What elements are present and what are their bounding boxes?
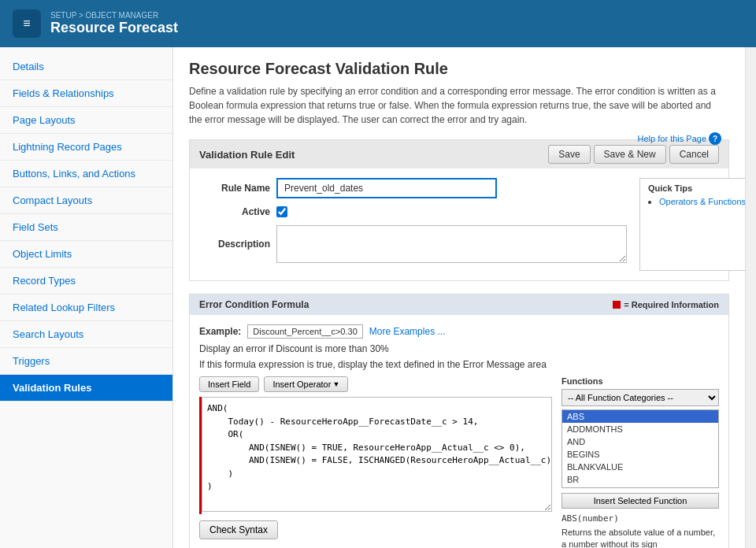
scrollbar[interactable] bbox=[745, 47, 756, 548]
page-description: Define a validation rule by specifying a… bbox=[189, 84, 724, 127]
insert-selected-function-button[interactable]: Insert Selected Function bbox=[561, 493, 719, 509]
save-new-button[interactable]: Save & New bbox=[594, 145, 666, 164]
quick-tips-title: Quick Tips bbox=[648, 183, 745, 193]
functions-label: Functions bbox=[561, 376, 719, 386]
formula-left: Insert Field Insert Operator ▼ Check Syn… bbox=[199, 376, 552, 548]
quick-tips: Quick Tips Operators & Functions bbox=[639, 178, 745, 271]
example-value: Discount_Percent__c>0.30 bbox=[247, 324, 362, 339]
fn-signature: ABS(number) bbox=[561, 513, 719, 524]
active-row: Active bbox=[199, 206, 627, 217]
rule-name-input[interactable] bbox=[276, 178, 497, 198]
sidebar-item-object-limits[interactable]: Object Limits bbox=[0, 241, 172, 268]
function-item-blankvalue[interactable]: BLANKVALUE bbox=[562, 461, 718, 473]
sidebar-item-related-lookup-filters[interactable]: Related Lookup Filters bbox=[0, 294, 172, 321]
active-checkbox[interactable] bbox=[276, 206, 287, 217]
condition-text: If this formula expression is true, disp… bbox=[199, 359, 719, 370]
header-title-block: SETUP > OBJECT MANAGER Resource Forecast bbox=[50, 11, 178, 36]
save-button[interactable]: Save bbox=[548, 145, 590, 164]
sidebar-item-search-layouts[interactable]: Search Layouts bbox=[0, 321, 172, 348]
insert-operator-label: Insert Operator bbox=[272, 380, 331, 389]
description-label: Description bbox=[199, 239, 270, 250]
insert-operator-button[interactable]: Insert Operator ▼ bbox=[264, 376, 348, 392]
sidebar-item-field-sets[interactable]: Field Sets bbox=[0, 214, 172, 241]
required-info: = Required Information bbox=[613, 300, 719, 309]
formula-area: Insert Field Insert Operator ▼ Check Syn… bbox=[199, 376, 719, 548]
description-row: Description bbox=[199, 225, 627, 263]
formula-editor[interactable] bbox=[202, 397, 552, 512]
rule-edit-title: Validation Rule Edit bbox=[199, 149, 295, 161]
app-header: ≡ SETUP > OBJECT MANAGER Resource Foreca… bbox=[0, 0, 756, 47]
fn-description: Returns the absolute value of a number, … bbox=[561, 527, 719, 548]
rule-edit-buttons: Save Save & New Cancel bbox=[548, 145, 719, 164]
help-link-text: Help for this Page bbox=[638, 134, 706, 143]
sidebar-item-buttons-links-actions[interactable]: Buttons, Links, and Actions bbox=[0, 161, 172, 187]
logo-icon: ≡ bbox=[23, 17, 30, 31]
help-link[interactable]: Help for this Page ? bbox=[638, 132, 721, 145]
validation-rule-edit-section: Validation Rule Edit Save Save & New Can… bbox=[189, 139, 729, 281]
error-condition-section: Error Condition Formula = Required Infor… bbox=[189, 294, 729, 548]
error-condition-header: Error Condition Formula = Required Infor… bbox=[190, 294, 728, 315]
sidebar-item-record-types[interactable]: Record Types bbox=[0, 268, 172, 294]
function-item-br[interactable]: BR bbox=[562, 473, 718, 486]
example-description: Display an error if Discount is more tha… bbox=[199, 343, 719, 354]
sidebar-item-triggers[interactable]: Triggers bbox=[0, 348, 172, 375]
breadcrumb: SETUP > OBJECT MANAGER bbox=[50, 11, 178, 20]
insert-field-button[interactable]: Insert Field bbox=[199, 376, 259, 392]
required-text: = Required Information bbox=[624, 300, 719, 309]
example-label: Example: bbox=[199, 326, 241, 337]
sidebar-item-validation-rules[interactable]: Validation Rules bbox=[0, 375, 172, 402]
example-row: Example: Discount_Percent__c>0.30 More E… bbox=[199, 324, 719, 339]
formula-editor-wrapper bbox=[199, 397, 552, 514]
sidebar-item-lightning-record-pages[interactable]: Lightning Record Pages bbox=[0, 134, 172, 161]
cancel-button[interactable]: Cancel bbox=[669, 145, 719, 164]
sidebar-item-fields[interactable]: Fields & Relationships bbox=[0, 80, 172, 107]
insert-buttons: Insert Field Insert Operator ▼ bbox=[199, 376, 552, 392]
page-layout: Details Fields & Relationships Page Layo… bbox=[0, 47, 756, 548]
error-condition-body: Example: Discount_Percent__c>0.30 More E… bbox=[190, 315, 728, 548]
main-content: Help for this Page ? Resource Forecast V… bbox=[173, 47, 745, 548]
sidebar-item-details[interactable]: Details bbox=[0, 54, 172, 80]
sidebar-item-compact-layouts[interactable]: Compact Layouts bbox=[0, 187, 172, 214]
required-icon bbox=[613, 301, 621, 309]
functions-list[interactable]: ABS ADDMONTHS AND BEGINS BLANKVALUE BR bbox=[561, 409, 719, 488]
function-item-begins[interactable]: BEGINS bbox=[562, 448, 718, 461]
dropdown-arrow-icon: ▼ bbox=[332, 380, 339, 388]
sidebar-item-page-layouts[interactable]: Page Layouts bbox=[0, 107, 172, 134]
object-name: Resource Forecast bbox=[50, 20, 178, 36]
help-icon: ? bbox=[709, 132, 721, 145]
active-label: Active bbox=[199, 206, 270, 217]
operators-functions-link[interactable]: Operators & Functions bbox=[659, 197, 745, 206]
function-item-abs[interactable]: ABS bbox=[562, 410, 718, 423]
content-inner: Help for this Page ? Resource Forecast V… bbox=[173, 47, 745, 548]
rule-name-row: Rule Name bbox=[199, 178, 627, 198]
sidebar: Details Fields & Relationships Page Layo… bbox=[0, 47, 173, 548]
functions-panel: Functions -- All Function Categories -- … bbox=[561, 376, 719, 548]
app-logo: ≡ bbox=[13, 9, 41, 38]
rule-name-label: Rule Name bbox=[199, 183, 270, 194]
more-examples-link[interactable]: More Examples ... bbox=[369, 326, 446, 337]
rule-edit-body: Rule Name Active Description bbox=[190, 168, 728, 280]
function-category-select[interactable]: -- All Function Categories -- bbox=[561, 389, 719, 406]
description-textarea[interactable] bbox=[276, 225, 627, 263]
check-syntax-button[interactable]: Check Syntax bbox=[199, 520, 278, 539]
function-item-addmonths[interactable]: ADDMONTHS bbox=[562, 423, 718, 435]
page-title: Resource Forecast Validation Rule bbox=[189, 60, 729, 78]
function-item-and[interactable]: AND bbox=[562, 435, 718, 448]
error-condition-title: Error Condition Formula bbox=[199, 299, 309, 310]
